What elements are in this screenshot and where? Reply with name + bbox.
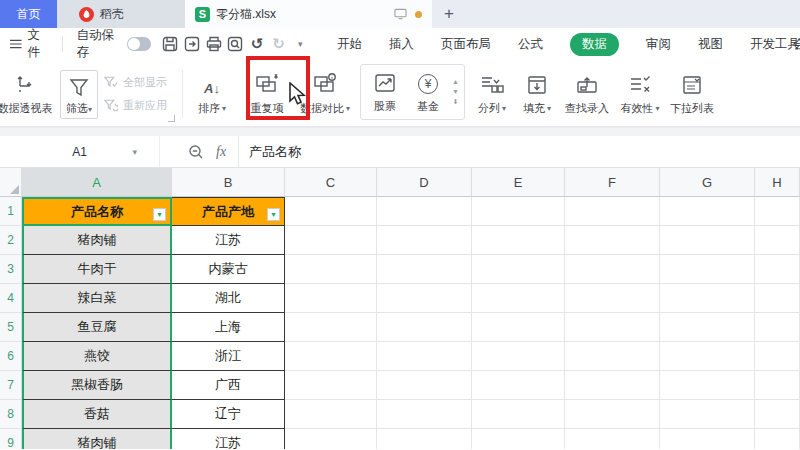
cell-C2[interactable] <box>285 226 377 255</box>
cell-C1[interactable] <box>285 197 377 226</box>
filter-button[interactable]: 筛选▾ <box>60 70 98 119</box>
cell-G1[interactable] <box>660 197 755 226</box>
autosave-toggle[interactable] <box>127 37 151 51</box>
cell-E7[interactable] <box>472 371 565 400</box>
cell-G9[interactable] <box>660 429 755 449</box>
autosave-control[interactable]: 自动保存 <box>63 27 160 61</box>
tab-review[interactable]: 审阅 <box>646 36 671 53</box>
name-box[interactable]: A1 ▾ <box>0 136 160 167</box>
cell-F6[interactable] <box>565 342 660 371</box>
cell-B1[interactable]: 产品产地▼ <box>172 197 285 226</box>
toolbar-more-caret-icon[interactable]: ▾ <box>289 33 311 55</box>
cell-A4[interactable]: 辣白菜 <box>22 284 172 313</box>
cell-C8[interactable] <box>285 400 377 429</box>
cell-H9[interactable] <box>755 429 800 449</box>
filter-dropdown-button[interactable]: ▼ <box>267 208 280 221</box>
cell-A5[interactable]: 鱼豆腐 <box>22 313 172 342</box>
cell-D1[interactable] <box>377 197 472 226</box>
fx-icon[interactable]: fx <box>216 144 226 160</box>
row-header-8[interactable]: 8 <box>0 400 22 429</box>
name-box-caret-icon[interactable]: ▾ <box>132 147 137 157</box>
save-button[interactable] <box>159 33 181 55</box>
cell-B2[interactable]: 江苏 <box>172 226 285 255</box>
filter-dropdown-button[interactable]: ▼ <box>153 208 166 221</box>
cell-E5[interactable] <box>472 313 565 342</box>
fill-button[interactable]: 填充▾ <box>515 62 559 126</box>
dropdown-list-button[interactable]: 下拉列表 <box>665 62 719 126</box>
cell-E1[interactable] <box>472 197 565 226</box>
column-header-F[interactable]: F <box>565 168 660 197</box>
docer-tab[interactable]: 稻壳 <box>57 0 185 28</box>
cell-F5[interactable] <box>565 313 660 342</box>
cell-C9[interactable] <box>285 429 377 449</box>
cell-E9[interactable] <box>472 429 565 449</box>
cell-E6[interactable] <box>472 342 565 371</box>
row-header-9[interactable]: 9 <box>0 429 22 449</box>
cell-E4[interactable] <box>472 284 565 313</box>
column-header-E[interactable]: E <box>472 168 565 197</box>
cell-H8[interactable] <box>755 400 800 429</box>
document-tab[interactable]: S 零分猫.xlsx <box>185 0 432 28</box>
cell-A3[interactable]: 牛肉干 <box>22 255 172 284</box>
reapply-button[interactable]: 重新应用 <box>104 98 167 113</box>
text-to-columns-button[interactable]: 分列▾ <box>469 62 515 126</box>
cell-H5[interactable] <box>755 313 800 342</box>
cell-G3[interactable] <box>660 255 755 284</box>
share-screen-icon[interactable] <box>394 8 407 20</box>
cell-A7[interactable]: 黑椒香肠 <box>22 371 172 400</box>
cell-A1[interactable]: 产品名称▼ <box>22 197 172 226</box>
cell-H1[interactable] <box>755 197 800 226</box>
group-scroll-buttons[interactable]: ▲▼⬇ <box>449 65 462 119</box>
cell-A9[interactable]: 猪肉铺 <box>22 429 172 449</box>
cell-C3[interactable] <box>285 255 377 284</box>
row-header-2[interactable]: 2 <box>0 226 22 255</box>
cell-F7[interactable] <box>565 371 660 400</box>
cell-D9[interactable] <box>377 429 472 449</box>
column-header-H[interactable]: H <box>755 168 800 197</box>
cell-B9[interactable]: 江苏 <box>172 429 285 449</box>
cell-D3[interactable] <box>377 255 472 284</box>
tab-view[interactable]: 视图 <box>698 36 723 53</box>
cell-F1[interactable] <box>565 197 660 226</box>
tab-formulas[interactable]: 公式 <box>518 36 543 53</box>
cell-C7[interactable] <box>285 371 377 400</box>
column-header-B[interactable]: B <box>172 168 285 197</box>
redo-button[interactable]: ↻ <box>268 33 290 55</box>
lookup-entry-button[interactable]: 查找录入 <box>559 62 615 126</box>
cell-D4[interactable] <box>377 284 472 313</box>
cell-F2[interactable] <box>565 226 660 255</box>
pivot-table-button[interactable]: 数据透视表 <box>0 62 56 126</box>
dialog-launcher-icon[interactable] <box>168 115 175 122</box>
row-header-1[interactable]: 1 <box>0 197 22 226</box>
show-all-button[interactable]: 全部显示 <box>104 75 167 90</box>
column-header-C[interactable]: C <box>285 168 377 197</box>
cell-C6[interactable] <box>285 342 377 371</box>
export-button[interactable] <box>181 33 203 55</box>
home-tab[interactable]: 首页 <box>0 0 57 28</box>
cell-H6[interactable] <box>755 342 800 371</box>
row-header-7[interactable]: 7 <box>0 371 22 400</box>
cell-C5[interactable] <box>285 313 377 342</box>
cell-B7[interactable]: 广西 <box>172 371 285 400</box>
cell-H3[interactable] <box>755 255 800 284</box>
zoom-out-icon[interactable] <box>188 144 204 160</box>
formula-input[interactable]: 产品名称 <box>238 136 800 167</box>
cell-D5[interactable] <box>377 313 472 342</box>
cell-F9[interactable] <box>565 429 660 449</box>
cell-B6[interactable]: 浙江 <box>172 342 285 371</box>
cell-F8[interactable] <box>565 400 660 429</box>
new-tab-button[interactable]: + <box>432 0 466 28</box>
cell-D7[interactable] <box>377 371 472 400</box>
print-preview-button[interactable] <box>224 33 246 55</box>
tab-insert[interactable]: 插入 <box>389 36 414 53</box>
file-menu-button[interactable]: 文件 <box>0 27 62 61</box>
cell-F4[interactable] <box>565 284 660 313</box>
cell-E8[interactable] <box>472 400 565 429</box>
row-header-5[interactable]: 5 <box>0 313 22 342</box>
row-header-4[interactable]: 4 <box>0 284 22 313</box>
cell-F3[interactable] <box>565 255 660 284</box>
cell-A2[interactable]: 猪肉铺 <box>22 226 172 255</box>
cell-H2[interactable] <box>755 226 800 255</box>
column-header-G[interactable]: G <box>660 168 755 197</box>
stock-button[interactable]: 股票 <box>363 65 407 119</box>
